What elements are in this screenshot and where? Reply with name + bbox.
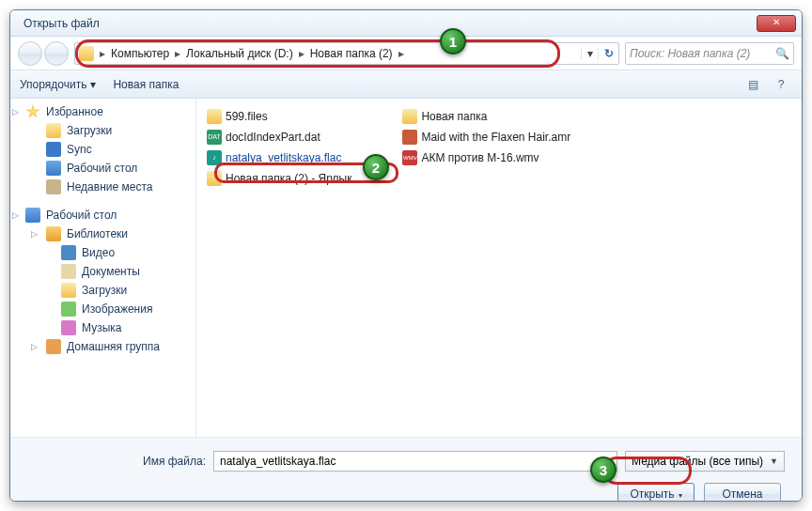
view-icon: ▤ bbox=[748, 78, 758, 91]
open-file-dialog: Открыть файл ✕ ▸ Компьютер ▸ Локальный д… bbox=[9, 9, 803, 502]
folder-icon bbox=[46, 123, 61, 138]
document-icon bbox=[61, 264, 76, 279]
toolbar: Упорядочить ▾ Новая папка ▤ ? bbox=[10, 70, 802, 99]
desktop-icon bbox=[46, 161, 61, 176]
breadcrumb-segment[interactable]: Локальный диск (D:) bbox=[182, 47, 297, 60]
expander-icon: ▷ bbox=[31, 229, 38, 239]
chevron-right-icon: ▸ bbox=[173, 47, 182, 60]
expander-icon: ▷ bbox=[12, 107, 19, 116]
homegroup-icon bbox=[46, 339, 61, 354]
breadcrumb-dropdown[interactable]: ▾ bbox=[581, 47, 598, 60]
folder-icon bbox=[402, 109, 417, 124]
breadcrumb-segment[interactable]: Новая папка (2) bbox=[306, 47, 397, 60]
wmv-file-icon: WMV bbox=[402, 150, 417, 165]
flac-file-icon: ♪ bbox=[207, 150, 222, 165]
sidebar-item-downloads[interactable]: Загрузки bbox=[12, 281, 194, 300]
breadcrumb[interactable]: ▸ Компьютер ▸ Локальный диск (D:) ▸ Нова… bbox=[74, 42, 619, 65]
filetype-filter[interactable]: Медиа файлы (все типы) ▼ bbox=[625, 451, 785, 472]
help-icon: ? bbox=[778, 78, 785, 91]
dialog-body: ▷Избранное Загрузки Sync Рабочий стол Не… bbox=[10, 99, 802, 437]
folder-icon bbox=[61, 283, 76, 298]
dat-file-icon: DAT bbox=[207, 130, 222, 145]
sidebar-item-images[interactable]: Изображения bbox=[12, 300, 194, 318]
back-button[interactable] bbox=[18, 41, 42, 66]
search-input[interactable]: Поиск: Новая папка (2) 🔍 bbox=[625, 42, 794, 65]
star-icon bbox=[25, 104, 40, 119]
file-item[interactable]: 599.files bbox=[200, 106, 358, 127]
dialog-title: Открыть файл bbox=[16, 17, 757, 30]
forward-button[interactable] bbox=[44, 41, 69, 66]
sidebar: ▷Избранное Загрузки Sync Рабочий стол Не… bbox=[10, 99, 196, 437]
sidebar-homegroup[interactable]: ▷Домашняя группа bbox=[12, 337, 194, 356]
cancel-button[interactable]: Отмена bbox=[704, 483, 781, 502]
expander-icon: ▷ bbox=[31, 342, 38, 351]
search-icon: 🔍 bbox=[775, 47, 789, 60]
chevron-right-icon: ▸ bbox=[397, 47, 406, 60]
music-icon bbox=[61, 320, 76, 335]
organize-button[interactable]: Упорядочить ▾ bbox=[20, 78, 96, 91]
sidebar-item-documents[interactable]: Документы bbox=[12, 262, 194, 281]
sidebar-item-recent[interactable]: Недавние места bbox=[12, 178, 194, 196]
close-button[interactable]: ✕ bbox=[757, 15, 796, 32]
sidebar-item-sync[interactable]: Sync bbox=[12, 140, 194, 159]
filename-label: Имя файла: bbox=[27, 455, 206, 468]
new-folder-button[interactable]: Новая папка bbox=[113, 78, 179, 91]
amr-file-icon bbox=[402, 130, 417, 145]
sync-icon bbox=[46, 142, 61, 157]
expander-icon: ▷ bbox=[12, 210, 19, 220]
image-icon bbox=[61, 302, 76, 317]
folder-icon bbox=[207, 109, 222, 124]
file-item[interactable]: Новая папка (2) - Ярлык bbox=[200, 168, 358, 189]
chevron-down-icon: ▾ bbox=[679, 491, 682, 500]
file-list: 599.files DATdocIdIndexPart.dat ♪natalya… bbox=[196, 99, 802, 437]
shortcut-icon bbox=[207, 171, 222, 186]
sidebar-desktop-root[interactable]: ▷Рабочий стол bbox=[12, 206, 194, 225]
help-button[interactable]: ? bbox=[770, 74, 792, 95]
file-item[interactable]: Maid with the Flaxen Hair.amr bbox=[396, 127, 577, 147]
view-mode-button[interactable]: ▤ bbox=[742, 74, 764, 95]
dialog-footer: Имя файла: Медиа файлы (все типы) ▼ Откр… bbox=[10, 437, 802, 502]
chevron-down-icon: ▾ bbox=[90, 78, 96, 91]
chevron-down-icon: ▼ bbox=[770, 457, 778, 466]
video-icon bbox=[61, 245, 76, 260]
folder-icon bbox=[79, 46, 94, 61]
file-item[interactable]: Новая папка bbox=[396, 106, 577, 127]
sidebar-item-music[interactable]: Музыка bbox=[12, 318, 194, 337]
recent-icon bbox=[46, 179, 61, 194]
titlebar: Открыть файл ✕ bbox=[10, 10, 802, 37]
search-placeholder: Поиск: Новая папка (2) bbox=[630, 47, 750, 60]
open-button[interactable]: Открыть▾ bbox=[617, 483, 695, 502]
sidebar-item-downloads[interactable]: Загрузки bbox=[12, 121, 194, 140]
file-item[interactable]: DATdocIdIndexPart.dat bbox=[200, 127, 358, 147]
sidebar-item-desktop[interactable]: Рабочий стол bbox=[12, 159, 194, 178]
desktop-icon bbox=[25, 208, 40, 223]
sidebar-favorites[interactable]: ▷Избранное bbox=[12, 102, 194, 121]
file-item-selected[interactable]: ♪natalya_vetlitskaya.flac bbox=[200, 147, 358, 168]
sidebar-libraries[interactable]: ▷Библиотеки bbox=[12, 225, 194, 243]
breadcrumb-segment[interactable]: Компьютер bbox=[107, 47, 173, 60]
refresh-button[interactable]: ↻ bbox=[598, 47, 618, 60]
filename-input[interactable] bbox=[213, 451, 617, 472]
chevron-right-icon: ▸ bbox=[297, 47, 306, 60]
file-item[interactable]: WMVАКМ против М-16.wmv bbox=[396, 147, 577, 168]
chevron-right-icon: ▸ bbox=[98, 47, 107, 60]
nav-buttons bbox=[18, 41, 69, 66]
navigation-bar: ▸ Компьютер ▸ Локальный диск (D:) ▸ Нова… bbox=[10, 37, 802, 70]
libraries-icon bbox=[46, 226, 61, 241]
sidebar-item-video[interactable]: Видео bbox=[12, 243, 194, 262]
